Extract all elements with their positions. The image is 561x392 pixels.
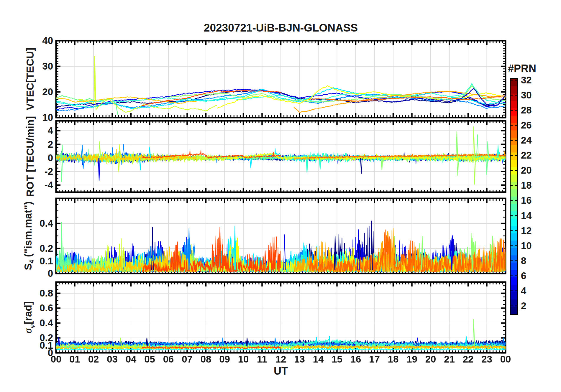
rot-panel-canvas [54, 118, 508, 195]
y-tick-label: 0 [0, 269, 53, 279]
y-tick-label: 0.1 [0, 256, 53, 266]
colorbar-tick-label: 30 [521, 90, 547, 100]
colorbar-tick-label: 20 [521, 165, 547, 175]
y-tick-label: 0 [0, 153, 53, 163]
x-axis-label: UT [56, 365, 506, 377]
colorbar-tick-label: 6 [521, 271, 547, 281]
colorbar-tick-label: 16 [521, 195, 547, 205]
y-tick-label: 0.8 [0, 288, 53, 298]
colorbar-tick-label: 2 [521, 301, 547, 311]
y-tick-label: 10 [0, 113, 53, 123]
y-tick-label: 0.2 [0, 243, 53, 253]
vtec-panel-canvas [54, 38, 508, 120]
chart-title: 20230721-UiB-BJN-GLONASS [56, 22, 506, 34]
s4-panel-canvas [54, 196, 508, 276]
colorbar-tick-label: 24 [521, 135, 547, 145]
figure-root: 20230721-UiB-BJN-GLONASS VTEC[TECU] ROT … [0, 0, 561, 392]
y-tick-label: 30 [0, 61, 53, 71]
colorbar-tick-label: 4 [521, 286, 547, 296]
y-tick-label: 2 [0, 139, 53, 149]
y-tick-label: 0.6 [0, 303, 53, 313]
y-tick-label: 0.4 [0, 318, 53, 328]
sigma-panel-canvas [54, 280, 508, 355]
x-tick-label: 00 [492, 354, 519, 364]
colorbar-canvas [510, 78, 518, 315]
colorbar-tick-label: 14 [521, 211, 547, 221]
y-tick-label: 20 [0, 87, 53, 97]
colorbar-tick-label: 22 [521, 150, 547, 160]
y-tick-label: 40 [0, 36, 53, 46]
y-tick-label: 0.2 [0, 333, 53, 343]
colorbar-tick-label: 8 [521, 256, 547, 266]
colorbar-tick-label: 12 [521, 226, 547, 236]
colorbar-tick-label: 32 [521, 75, 547, 85]
colorbar-tick-label: 10 [521, 241, 547, 251]
y-tick-label: -2 [0, 167, 53, 177]
colorbar-tick-label: 26 [521, 120, 547, 130]
colorbar-tick-label: 18 [521, 180, 547, 190]
colorbar-title: #PRN [508, 62, 561, 75]
y-tick-label: 4 [0, 126, 53, 136]
y-tick-label: -4 [0, 180, 53, 190]
y-tick-label: 0.4 [0, 218, 53, 228]
colorbar-tick-label: 28 [521, 105, 547, 115]
